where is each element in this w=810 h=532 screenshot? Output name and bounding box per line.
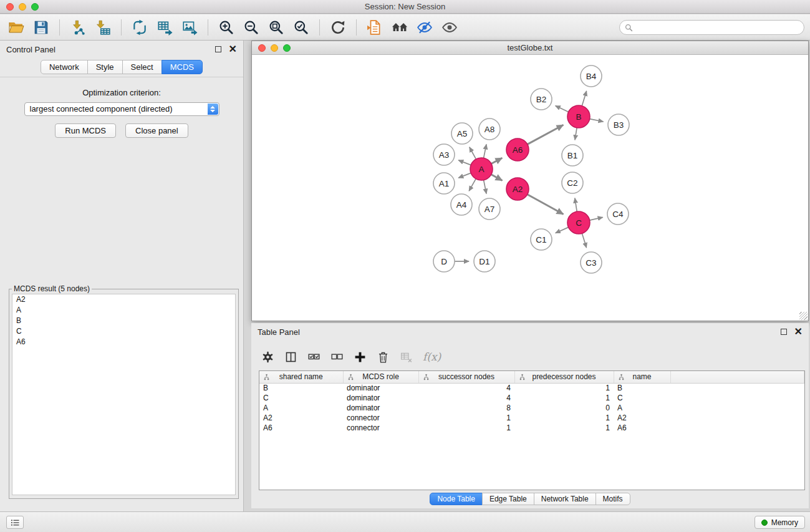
graph-node[interactable]: C <box>567 211 590 234</box>
graph-node[interactable]: C4 <box>607 203 629 225</box>
graph-node[interactable]: A3 <box>433 144 455 165</box>
table-cell[interactable]: C <box>259 393 343 403</box>
ndex-home-button[interactable] <box>387 17 412 38</box>
export-table-button[interactable] <box>152 17 177 38</box>
search-input[interactable] <box>636 23 799 32</box>
graph-node[interactable]: A5 <box>451 123 473 144</box>
save-session-button[interactable] <box>29 17 54 38</box>
graph-node[interactable]: B4 <box>581 65 602 87</box>
graph-node[interactable]: D <box>433 251 455 272</box>
graph-edge[interactable] <box>556 106 569 112</box>
memory-button[interactable]: Memory <box>755 516 805 529</box>
graph-edge[interactable] <box>590 217 603 220</box>
table-tab-network-table[interactable]: Network Table <box>534 493 596 505</box>
table-cell[interactable]: 4 <box>418 393 514 403</box>
show-graphics-button[interactable] <box>437 17 462 38</box>
graph-node[interactable]: B <box>567 105 590 128</box>
graph-node[interactable]: B3 <box>608 114 629 135</box>
table-row[interactable]: A2connector11A2 <box>259 413 804 423</box>
table-cell[interactable]: A2 <box>259 413 343 423</box>
export-network-button[interactable] <box>127 17 152 38</box>
table-cell[interactable]: A2 <box>614 413 670 423</box>
graph-node[interactable]: A8 <box>479 118 500 140</box>
graph-edge[interactable] <box>484 145 486 158</box>
close-window-button[interactable] <box>6 3 14 11</box>
table-tab-edge-table[interactable]: Edge Table <box>482 493 534 505</box>
network-close-button[interactable] <box>258 44 266 52</box>
graph-node[interactable]: A4 <box>451 194 472 215</box>
close-table-panel-icon[interactable]: ✕ <box>794 327 803 336</box>
graph-node[interactable]: A1 <box>433 173 455 194</box>
hide-graphics-button[interactable] <box>412 17 437 38</box>
columns-button[interactable] <box>284 351 297 364</box>
zoom-selected-button[interactable] <box>289 17 314 38</box>
graph-edge[interactable] <box>528 195 564 215</box>
column-header[interactable]: successor nodes <box>418 371 514 383</box>
graph-node[interactable]: C3 <box>581 252 602 273</box>
table-cell[interactable]: A6 <box>259 423 343 433</box>
graph-node[interactable]: C1 <box>531 229 552 250</box>
table-row[interactable]: Bdominator41B <box>259 383 804 393</box>
delete-table-button[interactable] <box>400 351 413 364</box>
table-cell[interactable]: connector <box>343 413 418 423</box>
zoom-fit-button[interactable] <box>264 17 289 38</box>
graph-edge[interactable] <box>458 160 471 165</box>
table-cell[interactable]: A <box>259 403 343 413</box>
table-settings-button[interactable] <box>261 351 274 364</box>
graph-edge[interactable] <box>575 128 577 140</box>
float-panel-icon[interactable] <box>215 46 221 52</box>
table-row[interactable]: Adominator80A <box>259 403 804 413</box>
graph-edge[interactable] <box>458 173 471 178</box>
network-minimize-button[interactable] <box>271 44 278 52</box>
open-document-button[interactable] <box>362 17 387 38</box>
graph-edge[interactable] <box>484 180 486 194</box>
table-cell[interactable]: C <box>614 393 670 403</box>
close-panel-icon[interactable]: ✕ <box>229 45 237 54</box>
tab-select[interactable]: Select <box>122 60 162 74</box>
column-header[interactable]: MCDS role <box>343 371 418 383</box>
run-mcds-button[interactable]: Run MCDS <box>55 123 116 138</box>
graph-edge[interactable] <box>528 125 564 144</box>
table-cell[interactable]: 1 <box>418 413 514 423</box>
graph-node[interactable]: A2 <box>506 178 529 200</box>
table-row[interactable]: Cdominator41C <box>259 393 804 403</box>
table-cell[interactable]: connector <box>343 423 418 433</box>
zoom-window-button[interactable] <box>31 3 39 11</box>
network-canvas[interactable]: B4B2BB3A5A8A6B1A3AC2A1A2A4A7C4CC1C3DD1 <box>252 56 808 321</box>
unselect-all-button[interactable] <box>330 351 344 364</box>
graph-edge[interactable] <box>491 175 503 181</box>
graph-node[interactable]: D1 <box>474 251 495 272</box>
table-tab-motifs[interactable]: Motifs <box>595 493 630 505</box>
graph-edge[interactable] <box>590 119 604 122</box>
mcds-result-item[interactable]: A2 <box>12 294 235 305</box>
table-cell[interactable]: 0 <box>514 403 614 413</box>
add-row-button[interactable] <box>354 351 367 364</box>
table-cell[interactable]: 4 <box>418 383 514 393</box>
table-cell[interactable]: dominator <box>343 403 418 413</box>
graph-edge[interactable] <box>469 179 476 191</box>
table-cell[interactable]: 1 <box>514 423 614 433</box>
delete-row-button[interactable] <box>377 351 390 364</box>
open-folder-button[interactable] <box>4 17 29 38</box>
table-cell[interactable]: 1 <box>514 383 614 393</box>
table-cell[interactable]: 1 <box>514 393 614 403</box>
zoom-in-button[interactable] <box>214 17 239 38</box>
refresh-button[interactable] <box>325 17 350 38</box>
graph-node[interactable]: B1 <box>562 145 583 166</box>
table-tab-node-table[interactable]: Node Table <box>430 493 483 505</box>
network-zoom-button[interactable] <box>283 44 291 52</box>
zoom-out-button[interactable] <box>239 17 264 38</box>
mcds-result-item[interactable]: A6 <box>12 337 235 347</box>
tab-mcds[interactable]: MCDS <box>162 60 203 74</box>
table-cell[interactable]: B <box>614 383 670 393</box>
table-cell[interactable]: dominator <box>343 393 418 403</box>
graph-edge[interactable] <box>491 158 502 163</box>
mcds-result-item[interactable]: A <box>12 305 235 316</box>
graph-node[interactable]: A7 <box>479 198 500 220</box>
minimize-window-button[interactable] <box>19 3 26 11</box>
import-network-button[interactable] <box>65 17 90 38</box>
table-cell[interactable]: 1 <box>514 413 614 423</box>
column-header[interactable]: shared name <box>259 371 343 383</box>
fx-button[interactable]: f(x) <box>423 351 441 363</box>
import-table-button[interactable] <box>90 17 115 38</box>
